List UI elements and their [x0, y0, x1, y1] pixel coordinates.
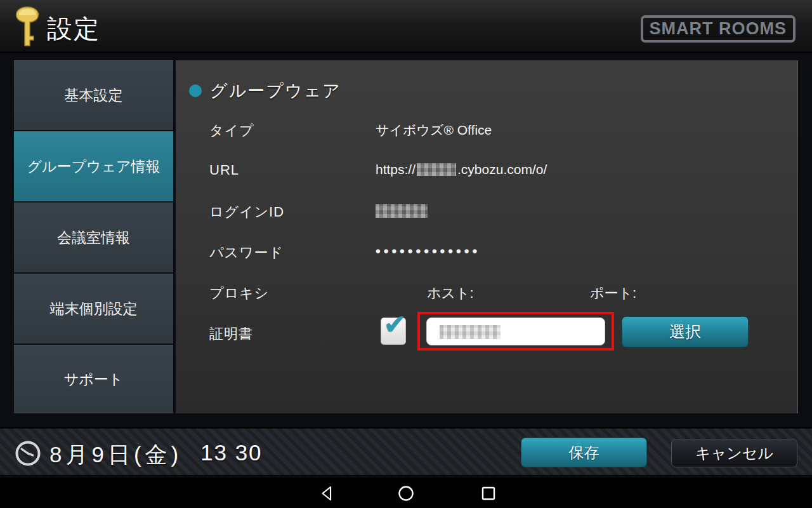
- certificate-select-button[interactable]: 選択: [622, 316, 749, 347]
- url-value: https://.cybozu.com/o/: [376, 162, 547, 177]
- password-label: パスワード: [209, 243, 284, 262]
- sidebar-item-groupware-info[interactable]: グループウェア情報: [14, 131, 173, 201]
- key-icon: [13, 6, 42, 50]
- section-bullet-icon: [189, 84, 202, 97]
- url-label: URL: [209, 162, 239, 178]
- certificate-label: 証明書: [209, 324, 253, 344]
- home-circle-icon[interactable]: [398, 485, 414, 504]
- certificate-redacted-filename: [440, 325, 501, 339]
- sidebar-item-label: 基本設定: [65, 86, 123, 105]
- certificate-file-input[interactable]: [426, 318, 605, 345]
- url-redacted-segment: [417, 163, 456, 176]
- type-value: サイボウズ® Office: [376, 121, 492, 139]
- login-id-redacted-value: [376, 204, 428, 218]
- recents-square-icon[interactable]: [480, 485, 497, 504]
- cancel-button[interactable]: キャンセル: [671, 439, 797, 467]
- sidebar-item-meeting-room-info[interactable]: 会議室情報: [14, 203, 173, 272]
- section-header: グループウェア: [189, 79, 341, 102]
- sidebar-item-label: 端末個別設定: [50, 299, 138, 319]
- sidebar-item-label: サポート: [64, 370, 124, 389]
- back-triangle-icon[interactable]: [318, 485, 335, 504]
- sidebar-item-basic-settings[interactable]: 基本設定: [14, 60, 173, 130]
- sidebar-item-label: グループウェア情報: [27, 157, 160, 177]
- top-bar: 設定 SMART ROOMS: [0, 0, 812, 53]
- password-value: •••••••••••••: [376, 243, 480, 260]
- settings-screen: 設定 SMART ROOMS 基本設定 グループウェア情報 会議室情報 端末個別…: [0, 0, 812, 508]
- clock-icon: [14, 439, 42, 470]
- type-label: タイプ: [209, 121, 254, 140]
- proxy-host-label: ホスト:: [427, 284, 474, 303]
- page-title: 設定: [47, 11, 100, 46]
- url-suffix: .cybozu.com/o/: [457, 162, 547, 177]
- sidebar-item-label: 会議室情報: [57, 228, 130, 248]
- checkmark-icon: ✔: [383, 308, 407, 340]
- proxy-port-label: ポート:: [590, 284, 636, 303]
- url-prefix: https://: [376, 162, 416, 177]
- sidebar-item-support[interactable]: サポート: [14, 345, 173, 413]
- sidebar-item-device-settings[interactable]: 端末個別設定: [14, 274, 173, 344]
- current-date: 8月9日(金): [49, 440, 182, 470]
- proxy-label: プロキシ: [209, 284, 269, 303]
- current-time: 13 30: [200, 440, 263, 465]
- android-nav-bar: [0, 478, 812, 508]
- smart-rooms-logo: SMART ROOMS: [641, 15, 796, 43]
- bottom-bar: 8月9日(金) 13 30 保存 キャンセル: [0, 427, 812, 476]
- groupware-settings-panel: グループウェア タイプ サイボウズ® Office URL https://.c…: [176, 60, 798, 413]
- certificate-checkbox[interactable]: ✔: [381, 318, 406, 345]
- login-id-label: ログインID: [209, 203, 284, 222]
- section-title: グループウェア: [210, 79, 341, 102]
- save-button[interactable]: 保存: [521, 438, 647, 467]
